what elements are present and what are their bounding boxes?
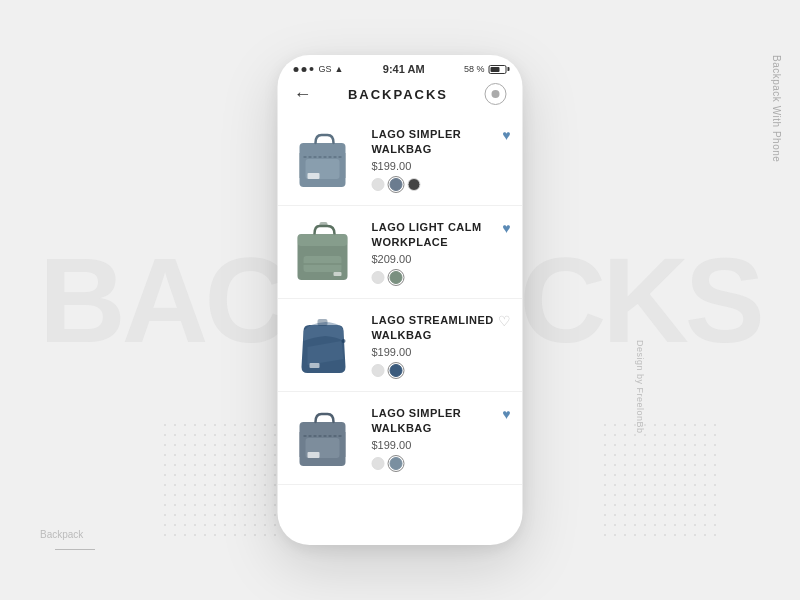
product-info: LAGO SIMPLERWALKBAG $199.00 xyxy=(372,127,511,192)
color-swatch[interactable] xyxy=(390,364,403,377)
svg-rect-11 xyxy=(334,272,342,276)
favorite-button[interactable]: ♥ xyxy=(502,406,510,422)
product-image xyxy=(290,216,362,288)
side-label-design: Design by FreelonBb xyxy=(635,340,645,434)
product-name: LAGO STREAMLINEDWALKBAG xyxy=(372,313,511,344)
color-swatch[interactable] xyxy=(372,178,385,191)
product-image xyxy=(290,309,362,381)
product-list: LAGO SIMPLERWALKBAG $199.00 ♥ xyxy=(278,113,523,545)
product-price: $199.00 xyxy=(372,160,511,172)
carrier-label: GS xyxy=(319,64,332,74)
svg-point-12 xyxy=(342,339,346,343)
product-info: LAGO STREAMLINEDWALKBAG $199.00 xyxy=(372,313,511,378)
product-image xyxy=(290,402,362,474)
svg-rect-13 xyxy=(310,363,320,368)
battery-icon xyxy=(488,65,506,74)
back-button[interactable]: ← xyxy=(294,84,312,105)
profile-icon xyxy=(491,90,499,98)
svg-rect-10 xyxy=(320,222,328,227)
svg-rect-7 xyxy=(298,234,348,246)
color-swatch[interactable] xyxy=(390,178,403,191)
favorite-button[interactable]: ♡ xyxy=(498,313,511,329)
color-swatch[interactable] xyxy=(390,271,403,284)
profile-button[interactable] xyxy=(484,83,506,105)
product-price: $209.00 xyxy=(372,253,511,265)
color-swatch[interactable] xyxy=(408,178,421,191)
color-swatch[interactable] xyxy=(372,364,385,377)
side-label-right: Backpack With Phone xyxy=(771,55,782,162)
product-name: LAGO SIMPLERWALKBAG xyxy=(372,406,511,437)
product-item: LAGO SIMPLERWALKBAG $199.00 ♥ xyxy=(278,392,523,485)
product-name: LAGO SIMPLERWALKBAG xyxy=(372,127,511,158)
product-item: LAGO SIMPLERWALKBAG $199.00 ♥ xyxy=(278,113,523,206)
color-swatch[interactable] xyxy=(372,271,385,284)
color-swatches xyxy=(372,457,511,470)
svg-rect-14 xyxy=(318,319,328,326)
color-swatch[interactable] xyxy=(372,457,385,470)
phone-frame: GS ▲ 9:41 AM 58 % ← BACKPACKS xyxy=(278,55,523,545)
battery-area: 58 % xyxy=(464,64,507,74)
signal-dot-3 xyxy=(310,67,314,71)
product-info: LAGO LIGHT CALMWORKPLACE $209.00 xyxy=(372,220,511,285)
battery-fill xyxy=(490,67,499,72)
signal-dot-1 xyxy=(294,67,299,72)
bottom-left-line xyxy=(55,549,95,550)
svg-rect-18 xyxy=(308,452,320,458)
dot-pattern-left xyxy=(160,420,280,540)
color-swatches xyxy=(372,364,511,377)
status-time: 9:41 AM xyxy=(383,63,425,75)
product-info: LAGO SIMPLERWALKBAG $199.00 xyxy=(372,406,511,471)
color-swatches xyxy=(372,178,511,191)
product-price: $199.00 xyxy=(372,439,511,451)
dot-pattern-right xyxy=(600,420,720,540)
color-swatch[interactable] xyxy=(390,457,403,470)
product-image xyxy=(290,123,362,195)
product-price: $199.00 xyxy=(372,346,511,358)
nav-bar: ← BACKPACKS xyxy=(278,79,523,113)
wifi-icon: ▲ xyxy=(335,64,344,74)
product-item: LAGO STREAMLINEDWALKBAG $199.00 ♡ xyxy=(278,299,523,392)
status-bar: GS ▲ 9:41 AM 58 % xyxy=(278,55,523,79)
product-name: LAGO LIGHT CALMWORKPLACE xyxy=(372,220,511,251)
signal-indicators: GS ▲ xyxy=(294,64,344,74)
favorite-button[interactable]: ♥ xyxy=(502,127,510,143)
signal-dot-2 xyxy=(302,67,307,72)
favorite-button[interactable]: ♥ xyxy=(502,220,510,236)
color-swatches xyxy=(372,271,511,284)
battery-percent: 58 % xyxy=(464,64,485,74)
product-item: LAGO LIGHT CALMWORKPLACE $209.00 ♥ xyxy=(278,206,523,299)
page-title: BACKPACKS xyxy=(348,87,448,102)
side-label-left-bottom: Backpack xyxy=(40,529,83,540)
svg-rect-3 xyxy=(308,173,320,179)
